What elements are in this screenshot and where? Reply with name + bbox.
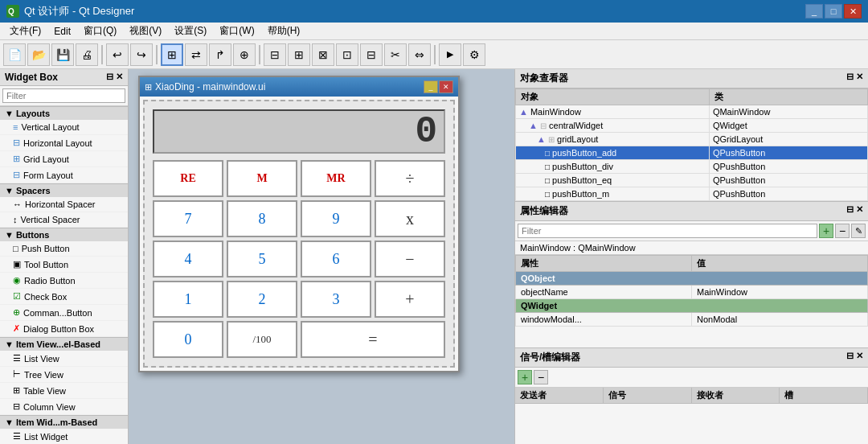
- calc-btn-div[interactable]: ÷: [375, 160, 445, 197]
- layout-v-btn[interactable]: ⊞: [288, 43, 310, 66]
- item-list-widget[interactable]: ☰ List Widget: [0, 429, 128, 444]
- menu-file[interactable]: 文件(F): [3, 23, 47, 39]
- menu-edit[interactable]: Edit: [47, 24, 77, 39]
- item-push-button[interactable]: □ Push Button: [0, 241, 128, 257]
- settings-btn[interactable]: ⚙: [463, 43, 485, 66]
- pe-remove-btn[interactable]: −: [835, 224, 850, 238]
- menu-window[interactable]: 窗口(W): [213, 23, 260, 39]
- close-btn[interactable]: ✕: [844, 4, 862, 18]
- table-row[interactable]: □ pushButton_eq QPushButton: [516, 174, 868, 187]
- layout-table-btn[interactable]: ⊟: [360, 43, 383, 66]
- new-btn[interactable]: 📄: [3, 43, 26, 66]
- calc-btn-m[interactable]: M: [227, 160, 297, 197]
- preview-btn[interactable]: ▶: [439, 43, 461, 66]
- item-list-view[interactable]: ☰ List View: [0, 351, 128, 367]
- calc-btn-add[interactable]: +: [375, 281, 445, 318]
- save-btn[interactable]: 💾: [51, 43, 74, 66]
- menu-view[interactable]: 视图(V): [123, 23, 168, 39]
- minimize-btn[interactable]: _: [805, 4, 823, 18]
- separator-1: [101, 45, 103, 64]
- table-row[interactable]: □ pushButton_m QPushButton: [516, 187, 868, 201]
- calc-display: 0: [153, 109, 445, 154]
- table-row[interactable]: □ pushButton_div QPushButton: [516, 160, 868, 174]
- calc-btn-4[interactable]: 4: [153, 240, 223, 278]
- section-item-views[interactable]: ▼ Item View...el-Based: [0, 337, 128, 351]
- calc-btn-1[interactable]: 1: [153, 281, 223, 318]
- layout-h-btn[interactable]: ⊟: [264, 43, 286, 66]
- item-radio-button[interactable]: ◉ Radio Button: [0, 273, 128, 289]
- item-horizontal-layout[interactable]: ⊟ Horizontal Layout: [0, 135, 128, 151]
- calc-btn-3[interactable]: 3: [301, 281, 371, 318]
- item-tree-view[interactable]: ⊢ Tree View: [0, 367, 128, 383]
- undo-btn[interactable]: ↩: [106, 43, 129, 66]
- menu-window-q[interactable]: 窗口(Q): [77, 23, 123, 39]
- table-row[interactable]: ▲ ⊞ gridLayout QGridLayout: [516, 133, 868, 146]
- maximize-btn[interactable]: □: [825, 4, 842, 18]
- calc-btn-8[interactable]: 8: [227, 200, 297, 237]
- widget-box-panel: Widget Box ⊟ ✕ ▼ Layouts ≡ Vertical Layo…: [0, 69, 129, 444]
- widget-editor-btn[interactable]: ⊞: [161, 43, 183, 66]
- open-btn[interactable]: 📂: [27, 43, 50, 66]
- item-grid-layout[interactable]: ⊞ Grid Layout: [0, 151, 128, 167]
- layout-form-btn[interactable]: ⊡: [336, 43, 358, 66]
- item-dialog-button-box[interactable]: ✗ Dialog Button Box: [0, 321, 128, 337]
- ss-toolbar: + −: [515, 368, 868, 388]
- section-item-widgets[interactable]: ▼ Item Wid...m-Based: [0, 415, 128, 429]
- table-row[interactable]: □ pushButton_add QPushButton: [516, 146, 868, 160]
- table-row[interactable]: windowModal... NonModal: [516, 313, 868, 327]
- item-vertical-layout[interactable]: ≡ Vertical Layout: [0, 120, 128, 135]
- item-form-layout[interactable]: ⊟ Form Layout: [0, 167, 128, 183]
- calc-btn-re[interactable]: RE: [153, 160, 223, 197]
- table-row[interactable]: ▲ ⊟ centralWidget QWidget: [516, 119, 868, 133]
- oi-icon-pb-add: □: [545, 149, 550, 158]
- tab-order-btn[interactable]: ↱: [209, 43, 231, 66]
- ss-remove-btn[interactable]: −: [534, 370, 548, 384]
- item-table-view[interactable]: ⊞ Table View: [0, 383, 128, 399]
- calc-btn-mr[interactable]: MR: [301, 160, 371, 197]
- pe-search-input[interactable]: [518, 224, 817, 238]
- table-row[interactable]: objectName MainWindow: [516, 286, 868, 299]
- calc-btn-slash100[interactable]: /100: [227, 321, 297, 358]
- calc-btn-eq[interactable]: =: [301, 321, 445, 358]
- ss-add-btn[interactable]: +: [518, 370, 532, 384]
- item-tool-button[interactable]: ▣ Tool Button: [0, 257, 128, 273]
- spacers-collapse-icon: ▼: [5, 186, 14, 195]
- buddy-btn[interactable]: ⊕: [233, 43, 256, 66]
- layout-grid-btn[interactable]: ⊠: [312, 43, 334, 66]
- print-btn[interactable]: 🖨: [76, 43, 98, 66]
- check-box-icon: ☑: [13, 291, 21, 302]
- calc-btn-5[interactable]: 5: [227, 240, 297, 278]
- section-spacers[interactable]: ▼ Spacers: [0, 183, 128, 197]
- calc-btn-6[interactable]: 6: [301, 240, 371, 278]
- calc-btn-2[interactable]: 2: [227, 281, 297, 318]
- canvas-area[interactable]: ⊞ XiaoDing - mainwindow.ui _ ✕ 0 RE M MR: [129, 69, 514, 444]
- widget-box-search[interactable]: [2, 88, 125, 103]
- calc-display-value: 0: [415, 111, 437, 153]
- item-vertical-spacer[interactable]: ↕ Vertical Spacer: [0, 212, 128, 228]
- oi-obj-mainwindow: MainWindow: [530, 107, 581, 117]
- table-row[interactable]: ▲ MainWindow QMainWindow: [516, 105, 868, 119]
- item-column-view[interactable]: ⊟ Column View: [0, 399, 128, 415]
- calc-btn-sub[interactable]: −: [375, 240, 445, 278]
- calc-btn-mul[interactable]: x: [375, 200, 445, 237]
- pe-add-btn[interactable]: +: [819, 224, 833, 238]
- pe-edit-btn[interactable]: ✎: [851, 224, 866, 238]
- calc-btn-9[interactable]: 9: [301, 200, 371, 237]
- calc-minimize-btn[interactable]: _: [424, 80, 438, 93]
- calc-btn-7[interactable]: 7: [153, 200, 223, 237]
- section-buttons[interactable]: ▼ Buttons: [0, 228, 128, 241]
- redo-btn[interactable]: ↪: [130, 43, 153, 66]
- connection-editor-btn[interactable]: ⇄: [185, 43, 207, 66]
- calc-close-btn[interactable]: ✕: [439, 80, 453, 93]
- menu-settings[interactable]: 设置(S): [168, 23, 213, 39]
- menu-help[interactable]: 帮助(H): [261, 23, 307, 39]
- calc-btn-0[interactable]: 0: [153, 321, 223, 358]
- break-layout-btn[interactable]: ✂: [384, 43, 407, 66]
- item-horizontal-spacer[interactable]: ↔ Horizontal Spacer: [0, 197, 128, 212]
- pe-col-val: 值: [692, 256, 868, 272]
- main-area: Widget Box ⊟ ✕ ▼ Layouts ≡ Vertical Layo…: [0, 69, 868, 444]
- item-command-button[interactable]: ⊕ Comman...Button: [0, 305, 128, 321]
- section-layouts[interactable]: ▼ Layouts: [0, 106, 128, 120]
- adjust-size-btn[interactable]: ⇔: [408, 43, 431, 66]
- item-check-box[interactable]: ☑ Check Box: [0, 289, 128, 305]
